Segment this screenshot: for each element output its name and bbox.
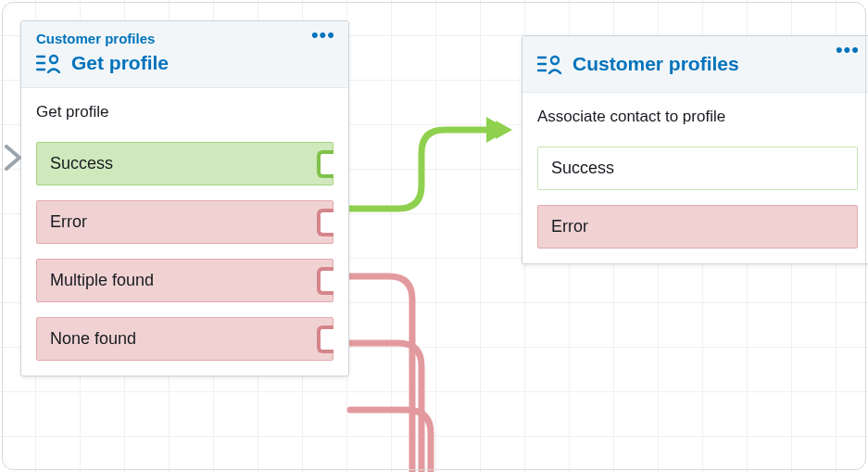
input-port-icon [5,145,23,174]
block-action-label: Get profile [36,103,333,121]
svg-point-5 [50,56,57,63]
branch-label: None found [50,329,136,348]
block-action-label: Associate contact to profile [537,108,858,126]
branch-error[interactable]: Error [537,205,858,249]
flow-block-customer-profiles[interactable]: Customer profiles ••• Associate contact … [522,35,868,264]
branch-success[interactable]: Success [537,147,858,190]
block-header: Customer profiles Get profile ••• [21,21,348,88]
block-menu-button[interactable]: ••• [311,31,335,40]
output-port[interactable] [317,267,333,295]
block-body: Get profile Success Error Multiple found… [21,88,348,376]
branch-label: Error [551,217,588,236]
branch-error[interactable]: Error [36,200,333,244]
customer-profiles-icon [537,54,563,74]
branch-multiple-found[interactable]: Multiple found [36,259,333,302]
output-port[interactable] [317,150,333,178]
branch-none-found[interactable]: None found [36,317,333,361]
output-port[interactable] [317,325,333,353]
block-body: Associate contact to profile Success Err… [522,93,868,263]
block-menu-button[interactable]: ••• [836,45,860,55]
block-title: Customer profiles [572,53,739,75]
customer-profiles-icon [36,53,62,73]
output-port[interactable] [317,209,333,236]
flow-block-get-profile[interactable]: Customer profiles Get profile ••• Get pr… [20,20,349,376]
branch-label: Error [50,212,87,231]
branch-label: Success [551,159,614,177]
block-header: Customer profiles ••• [522,36,868,93]
block-category: Customer profiles [36,31,335,46]
branch-label: Success [50,154,113,172]
branch-label: Multiple found [50,271,154,289]
svg-point-9 [551,57,559,64]
branch-success[interactable]: Success [36,142,333,185]
block-title: Get profile [71,52,169,74]
